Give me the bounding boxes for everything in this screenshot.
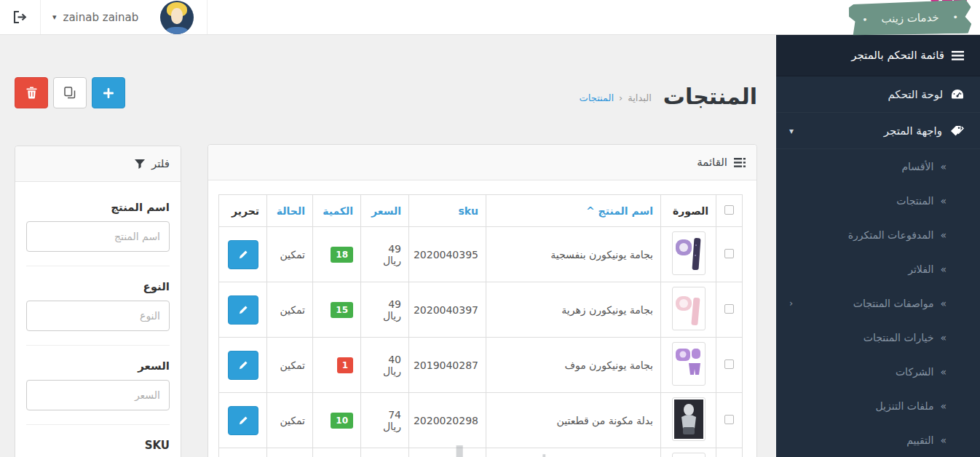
sidebar-subitem-product-specs[interactable]: » مواصفات المنتجات ‹ (776, 286, 980, 320)
product-name: بدلة مكونة من قطعتين (486, 393, 661, 448)
sidebar-subitem-product-options[interactable]: » خيارات المنتجات (776, 320, 980, 354)
sidebar-item-dashboard[interactable]: لوحة التحكم (776, 76, 980, 113)
product-price: 80 ريال (361, 448, 409, 457)
product-image-pink-unicorn-pajama (672, 287, 706, 330)
column-qty-sort[interactable]: الكمية (313, 195, 361, 227)
pencil-icon (238, 360, 248, 370)
quantity-badge: 1 (337, 357, 353, 373)
divider (26, 424, 170, 425)
sidebar-subitem-rating[interactable]: » التقييم (776, 423, 980, 457)
trash-icon (26, 87, 37, 99)
avatar-shirt (166, 27, 188, 34)
sidebar-subitem-recurring-payments[interactable]: » المدفوعات المتكررة (776, 218, 980, 252)
angle-double-icon: » (940, 366, 947, 378)
filter-input-type[interactable] (26, 301, 170, 331)
column-status-sort[interactable]: الحالة (267, 195, 313, 227)
plus-icon (103, 88, 114, 98)
row-checkbox[interactable] (724, 359, 734, 369)
filter-title: فلتر (151, 157, 170, 170)
sidebar-subitem-filters[interactable]: » الفلاتر (776, 252, 980, 286)
sidebar-header-label: قائمة التحكم بالمتجر (851, 49, 944, 62)
subitem-label: الشركات (896, 366, 933, 378)
topbar-divider (207, 0, 208, 34)
row-checkbox[interactable] (724, 249, 734, 258)
ribbon-dot: • (862, 14, 868, 25)
edit-button[interactable] (228, 295, 258, 325)
page-title: المنتجات (663, 84, 757, 108)
avatar-face (171, 8, 183, 24)
table-row: بدلة مكونة من قطعتين 2020020298 74 ريال … (219, 393, 743, 448)
topbar-user-area: ▾ zainab zainab (0, 0, 208, 34)
product-image-mauve-unicorn-pajama (672, 342, 706, 386)
screen: ▾ zainab zainab • خدمات زينب • قائمة الت… (0, 0, 980, 457)
logout-button[interactable] (0, 0, 41, 34)
sidebar: قائمة التحكم بالمتجر لوحة التحكم واجهة ا… (776, 35, 980, 457)
product-status: تمكين (267, 393, 313, 448)
filter-panel-header: فلتر (15, 146, 181, 182)
user-dropdown[interactable]: ▾ zainab zainab (41, 0, 150, 34)
chevron-down-icon: ▾ (789, 126, 794, 136)
filter-input-name[interactable] (26, 221, 170, 252)
angle-double-icon: » (940, 229, 947, 241)
sidebar-subitem-products[interactable]: » المنتجات (776, 183, 980, 218)
sidebar-subitem-download-files[interactable]: » ملفات التنزيل (776, 389, 980, 423)
breadcrumb-current[interactable]: المنتجات (580, 92, 615, 103)
product-status: تمكين (267, 282, 313, 338)
product-status: تمكين (267, 448, 313, 457)
quantity-badge: 10 (331, 413, 353, 429)
product-sku: 2019040276 (409, 448, 486, 457)
row-checkbox[interactable] (724, 415, 734, 424)
product-image-purple-unicorn-pajama (672, 231, 706, 275)
quantity-badge: 15 (331, 302, 353, 318)
product-price: 74 ريال (361, 393, 409, 448)
edit-button[interactable] (228, 240, 258, 269)
edit-button[interactable] (228, 351, 258, 380)
list-title: القائمة (697, 156, 727, 169)
sidebar-subitem-companies[interactable]: » الشركات (776, 354, 980, 389)
angle-double-icon: » (940, 332, 947, 343)
angle-double-icon: » (940, 195, 947, 207)
toolbar (15, 77, 125, 108)
column-sku-sort[interactable]: sku (409, 195, 486, 227)
table-row: بجامة يونيكورن زهرية 2020040397 49 ريال … (219, 282, 743, 338)
subitem-label: الفلاتر (908, 263, 933, 275)
filter-input-price[interactable] (26, 380, 170, 410)
product-price: 49 ريال (361, 227, 409, 282)
topbar: ▾ zainab zainab (0, 0, 980, 35)
title-group: المنتجات البداية ‹ المنتجات (580, 84, 757, 108)
product-image-two-piece-suit-photo (672, 397, 706, 441)
pencil-icon (238, 416, 248, 426)
sidebar-header-store-control[interactable]: قائمة التحكم بالمتجر (776, 35, 980, 76)
divider (26, 266, 170, 266)
sidebar-subitem-sections[interactable]: » الأقسام (776, 149, 980, 183)
add-product-button[interactable] (92, 77, 125, 108)
sort-asc-indicator: ^ (586, 205, 595, 217)
column-price-sort[interactable]: السعر (361, 195, 409, 227)
delete-button[interactable] (15, 77, 48, 108)
store-logo-text: خدمات زينب (881, 11, 939, 25)
products-table: الصورة اسم المنتج ^ sku السعر الكمية الح… (218, 194, 743, 457)
row-checkbox[interactable] (724, 304, 734, 314)
list-icon (734, 158, 746, 167)
page-header: المنتجات البداية ‹ المنتجات (15, 77, 757, 108)
product-name: بجامة يونيكورن زهرية (486, 282, 661, 338)
column-name-sort[interactable]: اسم المنتج ^ (486, 195, 661, 227)
breadcrumb-home[interactable]: البداية (628, 92, 652, 103)
product-price: 49 ريال (361, 282, 409, 338)
product-image-black-occasion-suit (672, 453, 706, 457)
product-name: بدلة مناسبات (486, 448, 661, 457)
angle-double-icon: » (940, 263, 947, 275)
angle-double-icon: » (940, 434, 947, 446)
pencil-icon (238, 305, 248, 315)
avatar[interactable] (160, 1, 194, 34)
subitem-label: المنتجات (896, 195, 933, 207)
subitem-label: المدفوعات المتكررة (848, 229, 934, 241)
column-edit: تحرير (219, 195, 267, 227)
filter-label-sku: SKU (26, 439, 170, 452)
product-name: بجامة يونيكورن موف (486, 338, 661, 393)
edit-button[interactable] (228, 406, 258, 435)
sidebar-item-storefront[interactable]: واجهة المتجر ▾ (776, 113, 980, 149)
select-all-checkbox[interactable] (724, 205, 734, 215)
angle-double-icon: » (940, 400, 947, 412)
copy-button[interactable] (53, 77, 87, 108)
